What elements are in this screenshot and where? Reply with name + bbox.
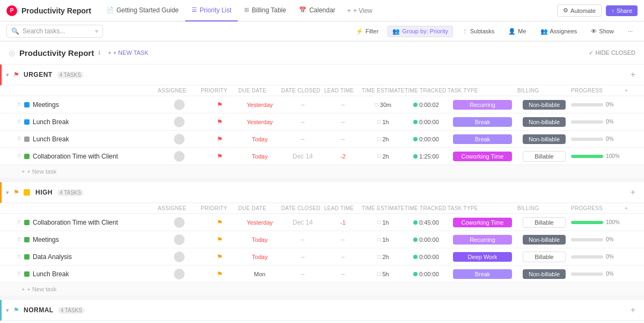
- progress-pct: 100%: [606, 219, 620, 225]
- section-header-high[interactable]: ▾ ⚑ HIGH 4 TASKS +: [0, 182, 644, 203]
- drag-handle-icon[interactable]: ⠿: [17, 219, 21, 225]
- drag-handle-icon[interactable]: ⠿: [17, 136, 21, 142]
- section-count-urgent: 4 TASKS: [57, 71, 84, 78]
- section-name-high: HIGH: [35, 189, 53, 196]
- task-name[interactable]: Collaboration Time with Client: [33, 153, 118, 160]
- section-divider: [0, 178, 644, 182]
- time-estimate-cell: □5h: [362, 271, 405, 277]
- more-button[interactable]: ···: [623, 26, 638, 37]
- progress-pct: 0%: [606, 254, 618, 260]
- app-icon: P: [6, 5, 17, 16]
- new-task-urgent-row[interactable]: + + New task: [0, 165, 644, 178]
- due-date-cell: Today: [238, 153, 281, 160]
- tab-getting-started[interactable]: 📄 Getting Started Guide: [100, 0, 185, 21]
- time-tracked-val: 0:00:00: [419, 271, 439, 277]
- search-box[interactable]: 🔍 Search tasks... ▾: [6, 25, 103, 38]
- lead-time-cell: –: [324, 236, 362, 243]
- progress-bar-bg: [571, 255, 603, 259]
- task-name[interactable]: Meetings: [33, 101, 59, 109]
- assignees-button[interactable]: 👥 Assignees: [536, 26, 582, 37]
- task-status-square[interactable]: [24, 137, 30, 142]
- task-name[interactable]: Meetings: [33, 236, 59, 243]
- hide-closed-label: ✓ HIDE CLOSED: [589, 49, 635, 56]
- add-view-button[interactable]: + + View: [342, 7, 378, 15]
- new-task-high-row[interactable]: + + New task: [0, 283, 644, 296]
- section-header-normal[interactable]: ▾ ⚑ NORMAL 4 TASKS +: [0, 300, 644, 321]
- time-estimate-cell: □1h: [362, 219, 405, 226]
- drag-handle-icon[interactable]: ⠿: [17, 153, 21, 159]
- time-est-val: 2h: [382, 153, 389, 160]
- tab-getting-started-label: Getting Started Guide: [116, 6, 179, 14]
- drag-handle-icon[interactable]: ⠿: [17, 119, 21, 125]
- task-name[interactable]: Collaboration Time with Client: [33, 219, 118, 226]
- add-view-label: + View: [353, 7, 372, 15]
- time-est-icon: □: [377, 219, 380, 225]
- task-type-badge: Coworking Time: [453, 218, 512, 227]
- due-date-cell: Yesterday: [238, 102, 281, 108]
- filter-button[interactable]: ⚡ Filter: [351, 26, 383, 37]
- task-status-square[interactable]: [24, 154, 30, 159]
- avatar: [174, 151, 185, 162]
- progress-bar-bg: [571, 120, 603, 124]
- group-by-button[interactable]: 👥 Group by: Priority: [387, 26, 453, 37]
- section-add-urgent[interactable]: +: [631, 70, 635, 80]
- due-date-cell: Today: [238, 136, 281, 142]
- show-label: Show: [599, 28, 614, 34]
- lead-time-cell: –: [324, 101, 362, 109]
- me-button[interactable]: 👤 Me: [503, 26, 531, 37]
- task-name[interactable]: Data Analysis: [33, 253, 72, 261]
- progress-pct: 0%: [606, 119, 618, 125]
- new-task-row-label: + New task: [27, 168, 56, 175]
- section-add-normal[interactable]: +: [631, 305, 635, 315]
- toolbar-right: ⚡ Filter 👥 Group by: Priority ⋮ Subtasks…: [351, 26, 638, 37]
- lead-time-cell: –: [324, 135, 362, 143]
- due-date-cell: Today: [238, 236, 281, 243]
- time-estimate-cell: □2h: [362, 254, 405, 260]
- task-status-square[interactable]: [24, 237, 30, 242]
- task-status-square[interactable]: [24, 220, 30, 225]
- task-name-cell: ⠿ Data Analysis: [17, 253, 158, 261]
- hide-closed-button[interactable]: ✓ HIDE CLOSED: [589, 49, 635, 56]
- drag-handle-icon[interactable]: ⠿: [17, 271, 21, 277]
- priority-flag-icon: ⚑: [217, 236, 223, 243]
- project-header-icon: ◎: [9, 48, 15, 57]
- task-name[interactable]: Lunch Break: [33, 135, 69, 143]
- drag-handle-icon[interactable]: ⠿: [17, 254, 21, 260]
- new-task-header-button[interactable]: + + NEW TASK: [105, 48, 151, 58]
- col-header-lead-time: LEAD TIME: [324, 88, 362, 94]
- task-status-square[interactable]: [24, 254, 30, 260]
- task-status-square[interactable]: [24, 271, 30, 277]
- drag-handle-icon[interactable]: ⠿: [17, 102, 21, 107]
- task-type-cell: Recurring: [448, 235, 517, 245]
- tab-billing-table[interactable]: ⊞ Billing Table: [238, 0, 292, 21]
- col-header-add-h[interactable]: +: [625, 205, 635, 211]
- section-header-urgent[interactable]: ▾ ⚑ URGENT 4 TASKS +: [0, 64, 644, 85]
- progress-cell: 0%: [571, 236, 625, 242]
- task-name[interactable]: Lunch Break: [33, 270, 69, 278]
- billing-badge: Billable: [523, 217, 566, 228]
- col-header-task-type-h: TASK TYPE: [448, 205, 517, 211]
- subtasks-button[interactable]: ⋮ Subtasks: [457, 26, 499, 37]
- task-status-square[interactable]: [24, 119, 30, 125]
- show-button[interactable]: 👁 Show: [586, 26, 619, 37]
- time-est-val: 1h: [382, 236, 389, 243]
- tab-priority-list[interactable]: ☰ Priority List: [185, 0, 238, 21]
- time-est-val: 1h: [382, 219, 389, 226]
- task-name[interactable]: Lunch Break: [33, 118, 69, 126]
- task-type-cell: Recurring: [448, 100, 517, 110]
- due-date-cell: Today: [238, 254, 281, 260]
- time-est-icon: □: [377, 119, 380, 125]
- share-button[interactable]: ↑ Share: [606, 5, 638, 16]
- time-tracked-dot: [413, 220, 418, 225]
- tab-calendar[interactable]: 📅 Calendar: [292, 0, 342, 21]
- col-header-add[interactable]: +: [625, 88, 635, 94]
- task-status-square[interactable]: [24, 102, 30, 107]
- assignee-cell: [158, 269, 201, 279]
- drag-handle-icon[interactable]: ⠿: [17, 236, 21, 242]
- section-add-high[interactable]: +: [631, 188, 635, 197]
- progress-pct: 0%: [606, 102, 618, 107]
- priority-cell: ⚑: [201, 135, 238, 143]
- automate-button[interactable]: ⚙ Automate: [557, 4, 602, 17]
- task-name-cell: ⠿ Lunch Break: [17, 135, 158, 143]
- col-header-billing-h: BILLING: [517, 205, 571, 211]
